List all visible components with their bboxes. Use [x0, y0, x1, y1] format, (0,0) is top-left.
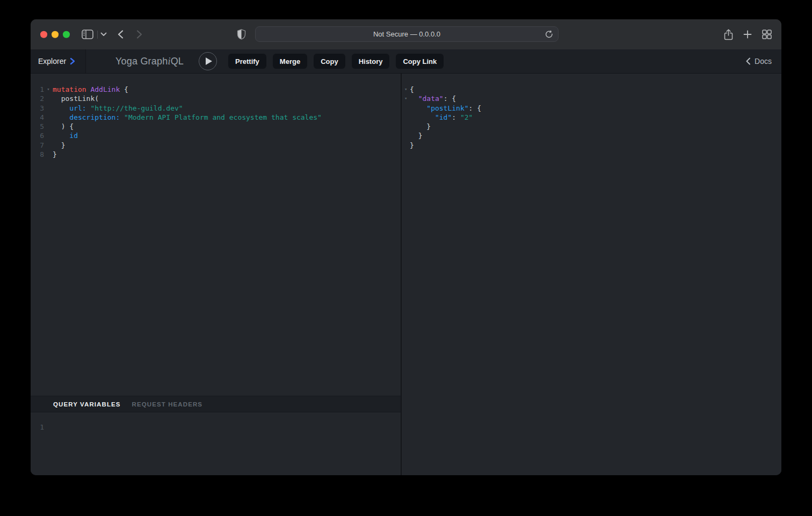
code-line: 3 url: "http://the-guild.dev" [31, 104, 401, 113]
fold-gutter [44, 104, 53, 113]
line-number: 1 [31, 423, 44, 432]
code-line: } [403, 141, 781, 150]
code-line: 8} [31, 150, 401, 159]
code-token: "id" [435, 113, 452, 121]
line-number: 2 [31, 94, 44, 103]
history-button[interactable]: History [352, 54, 390, 69]
fold-gutter [44, 131, 53, 140]
browser-window: Not Secure — 0.0.0.0 [31, 19, 781, 475]
code-line: 7 } [31, 141, 401, 150]
code-token: "2" [460, 113, 473, 121]
fold-gutter [403, 122, 410, 131]
fold-toggle-icon[interactable]: ▾ [403, 85, 410, 94]
tab-request-headers[interactable]: REQUEST HEADERS [132, 401, 203, 408]
line-number: 3 [31, 104, 44, 113]
query-editor[interactable]: 1▾mutation AddLink {2 postLink(3 url: "h… [31, 74, 401, 396]
graphiql-toolbar: Explorer Yoga GraphiQL Prettify Merge Co… [31, 49, 781, 74]
page-title: Yoga GraphiQL [115, 56, 184, 67]
code-token [410, 113, 435, 121]
zoom-window-button[interactable] [63, 31, 70, 38]
copy-link-button[interactable]: Copy Link [396, 54, 444, 69]
privacy-shield-icon[interactable] [237, 29, 246, 40]
toolbar-separator [97, 31, 98, 39]
fold-gutter [44, 423, 53, 432]
fold-gutter [44, 150, 53, 159]
code-line: "postLink": { [403, 104, 781, 113]
code-token: } [53, 150, 57, 158]
line-number: 7 [31, 141, 44, 150]
variables-editor[interactable]: 1 [31, 412, 401, 475]
code-token: { [120, 85, 128, 93]
code-token: AddLink [90, 85, 120, 93]
explorer-label: Explorer [38, 57, 66, 66]
code-token [120, 113, 124, 121]
code-token: id [69, 132, 78, 140]
tab-query-variables[interactable]: QUERY VARIABLES [53, 401, 121, 408]
code-token: } [410, 122, 431, 130]
fold-toggle-icon[interactable]: ▾ [403, 94, 410, 103]
address-bar[interactable]: Not Secure — 0.0.0.0 [255, 26, 559, 42]
tab-overview-icon[interactable] [762, 30, 772, 39]
execute-query-button[interactable] [199, 52, 217, 70]
copy-button[interactable]: Copy [314, 54, 345, 69]
code-line: 6 id [31, 131, 401, 140]
traffic-lights [40, 31, 70, 38]
sidebar-toggle-icon[interactable] [82, 30, 93, 39]
share-icon[interactable] [724, 29, 733, 40]
code-token: "Modern API Platform and ecosystem that … [124, 113, 322, 121]
response-viewer[interactable]: ▾{▾ "data": { "postLink": { "id": "2" } … [402, 74, 781, 475]
code-token [53, 113, 69, 121]
address-text: Not Secure — 0.0.0.0 [373, 30, 440, 38]
code-token: } [410, 141, 414, 149]
code-token: "data" [418, 95, 444, 103]
fold-gutter [44, 113, 53, 122]
code-token [53, 104, 69, 112]
code-token: "postLink" [426, 104, 468, 112]
chevron-right-icon [70, 57, 75, 65]
code-line: "id": "2" [403, 113, 781, 122]
new-tab-plus-icon[interactable] [743, 30, 752, 39]
code-line: 4 description: "Modern API Platform and … [31, 113, 401, 122]
chevron-left-icon [746, 57, 751, 65]
line-number: 8 [31, 150, 44, 159]
minimize-window-button[interactable] [52, 31, 59, 38]
docs-toggle[interactable]: Docs [746, 57, 772, 66]
line-number: 1 [31, 85, 44, 94]
explorer-toggle[interactable]: Explorer [31, 49, 86, 73]
play-icon [206, 57, 212, 65]
code-token: ) { [53, 122, 74, 130]
code-token: { [410, 85, 414, 93]
code-token: postLink( [53, 95, 99, 103]
back-button-icon[interactable] [118, 30, 124, 39]
code-token [410, 104, 426, 112]
forward-button-icon[interactable] [136, 30, 142, 39]
fold-gutter [44, 94, 53, 103]
secondary-editor-tabbar: QUERY VARIABLES REQUEST HEADERS [31, 396, 401, 412]
fold-toggle-icon[interactable]: ▾ [44, 85, 53, 94]
code-token [410, 95, 418, 103]
prettify-button[interactable]: Prettify [228, 54, 266, 69]
code-line: 2 postLink( [31, 94, 401, 103]
fold-gutter [44, 122, 53, 131]
docs-label: Docs [755, 57, 772, 66]
sidebar-menu-chevron-down-icon[interactable] [100, 32, 107, 37]
code-line: } [403, 122, 781, 131]
fold-gutter [403, 131, 410, 140]
fold-gutter [44, 141, 53, 150]
code-token [53, 132, 69, 140]
code-token: : [452, 113, 460, 121]
fold-gutter [403, 104, 410, 113]
code-line: 1 [31, 423, 401, 432]
code-line: } [403, 131, 781, 140]
line-number: 6 [31, 131, 44, 140]
merge-button[interactable]: Merge [273, 54, 307, 69]
code-token: url: [69, 104, 86, 112]
code-token: "http://the-guild.dev" [90, 104, 183, 112]
code-line: ▾ "data": { [403, 94, 781, 103]
code-token: : { [469, 104, 481, 112]
reload-icon[interactable] [545, 30, 553, 38]
code-line: 5 ) { [31, 122, 401, 131]
code-token: } [410, 132, 422, 140]
code-token: : { [444, 95, 456, 103]
close-window-button[interactable] [40, 31, 47, 38]
